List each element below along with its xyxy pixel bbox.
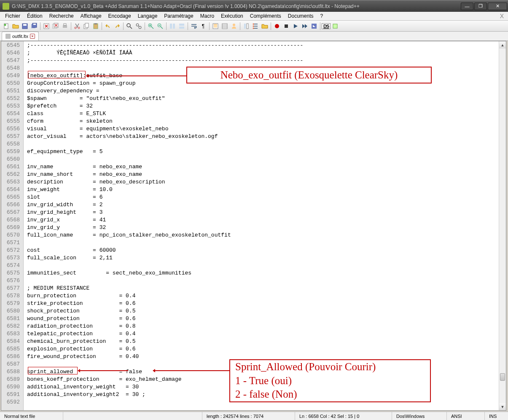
svg-point-12 <box>75 27 76 29</box>
open-file-icon[interactable] <box>11 22 20 30</box>
code-area[interactable]: ;---------------------------------------… <box>24 41 499 410</box>
line-number: 6565 <box>1 194 23 201</box>
tab-close-icon[interactable]: × <box>30 34 35 39</box>
all-chars-icon[interactable]: ¶ <box>199 22 207 30</box>
vertical-scrollbar[interactable]: ▲ ▼ <box>499 41 506 410</box>
paste-icon[interactable] <box>91 22 100 30</box>
menu-documents[interactable]: Documents <box>285 12 317 20</box>
find-icon[interactable] <box>125 22 134 30</box>
line-number: 6545 <box>1 42 23 49</box>
line-number: 6550 <box>1 80 23 87</box>
close-file-icon[interactable] <box>42 22 51 30</box>
menu-affichage[interactable]: Affichage <box>77 12 105 20</box>
doc-map-icon[interactable] <box>242 22 250 30</box>
arrow-sprint-left <box>78 370 128 371</box>
line-number: 6577 <box>1 285 23 292</box>
code-line: inv_grid_x = 41 <box>27 216 499 224</box>
line-number: 6566 <box>1 201 23 209</box>
code-line: inv_name = nebo_exo_name <box>27 163 499 171</box>
scroll-track[interactable] <box>499 48 506 403</box>
save-icon[interactable] <box>21 22 29 30</box>
menu-macro[interactable]: Macro <box>197 12 218 20</box>
user-lang-icon[interactable] <box>230 22 238 30</box>
code-line: cform = skeleton <box>27 118 499 125</box>
menu-complements[interactable]: Compléments <box>247 12 285 20</box>
close-all-icon[interactable] <box>51 22 60 30</box>
sync-h-icon[interactable] <box>177 22 186 30</box>
status-encoding: ANSI <box>447 412 485 420</box>
svg-point-18 <box>127 24 130 27</box>
line-number: 6552 <box>1 95 23 102</box>
menu-edition[interactable]: Édition <box>24 12 46 20</box>
sync-v-icon[interactable] <box>168 22 177 30</box>
line-number: 6560 <box>1 156 23 163</box>
menu-execution[interactable]: Exécution <box>218 12 247 20</box>
scroll-thumb[interactable] <box>500 373 505 381</box>
print-icon[interactable] <box>61 22 69 30</box>
play-multi-icon[interactable] <box>301 22 309 30</box>
line-number: 6548 <box>1 65 23 72</box>
save-macro-icon[interactable] <box>310 22 318 30</box>
status-filetype: Normal text file <box>0 412 63 420</box>
code-line <box>27 156 499 163</box>
replace-icon[interactable] <box>134 22 143 30</box>
menu-fichier[interactable]: Fichier <box>2 12 24 20</box>
scroll-down-icon[interactable]: ▼ <box>499 403 506 410</box>
svg-point-34 <box>253 27 254 29</box>
save-all-icon[interactable] <box>30 22 38 30</box>
line-number: 6567 <box>1 209 23 216</box>
copy-icon[interactable] <box>82 22 91 30</box>
line-number: 6584 <box>1 338 23 345</box>
menu-encodage[interactable]: Encodage <box>105 12 134 20</box>
svg-point-35 <box>275 24 279 28</box>
zoom-in-icon[interactable] <box>147 22 155 30</box>
zoom-out-icon[interactable] <box>156 22 164 30</box>
cut-icon[interactable] <box>73 22 81 30</box>
stop-macro-icon[interactable] <box>282 22 290 30</box>
maximize-button[interactable]: ❐ <box>474 3 487 10</box>
wrap-icon[interactable] <box>190 22 198 30</box>
code-line: inv_grid_y = 32 <box>27 224 499 232</box>
line-number: 6562 <box>1 171 23 178</box>
function-list-icon[interactable] <box>251 22 260 30</box>
svg-point-1 <box>4 24 6 26</box>
code-line: shock_protection = 0.5 <box>27 307 499 315</box>
indent-guide-icon[interactable] <box>211 22 220 30</box>
line-number: 6561 <box>1 163 23 171</box>
close-button[interactable]: ✕ <box>488 3 507 10</box>
code-line <box>27 277 499 285</box>
folder-view-icon[interactable] <box>261 22 269 30</box>
plugin-icon[interactable] <box>331 22 339 30</box>
menu-help[interactable]: ? <box>317 12 327 20</box>
menu-close-icon[interactable]: X <box>497 13 506 19</box>
tab-outfit[interactable]: outfit.ltx × <box>2 32 39 40</box>
menu-parametrage[interactable]: Paramétrage <box>161 12 196 20</box>
new-file-icon[interactable] <box>2 22 11 30</box>
svg-rect-38 <box>333 24 337 28</box>
guidelines-icon[interactable] <box>220 22 229 30</box>
status-bar: Normal text file length : 242574 lines :… <box>0 412 508 420</box>
menu-recherche[interactable]: Recherche <box>46 12 77 20</box>
ds-button[interactable]: DS <box>322 23 331 29</box>
code-line: telepatic_protection = 0.4 <box>27 330 499 338</box>
svg-rect-31 <box>247 24 248 29</box>
menu-langage[interactable]: Langage <box>134 12 161 20</box>
undo-icon[interactable] <box>104 22 112 30</box>
code-line: $spawn = "outfit\nebo_exo_outfit" <box>27 95 499 102</box>
code-line: ;---------------------------------------… <box>27 57 499 65</box>
status-length: length : 242574 lines : 7074 <box>202 412 295 420</box>
code-line <box>27 140 499 148</box>
line-number: 6592 <box>1 398 23 406</box>
line-number: 6576 <box>1 277 23 285</box>
app-icon <box>3 3 9 10</box>
line-number: 6553 <box>1 102 23 110</box>
line-number: 6557 <box>1 133 23 140</box>
record-macro-icon[interactable] <box>273 22 281 30</box>
minimize-button[interactable]: ― <box>461 3 473 10</box>
toolbar: ¶ DS <box>0 21 508 32</box>
scroll-up-icon[interactable]: ▲ <box>499 41 506 48</box>
redo-icon[interactable] <box>113 22 121 30</box>
line-number: 6591 <box>1 391 23 398</box>
code-line: inv_name_short = nebo_exo_name <box>27 171 499 178</box>
play-macro-icon[interactable] <box>291 22 300 30</box>
